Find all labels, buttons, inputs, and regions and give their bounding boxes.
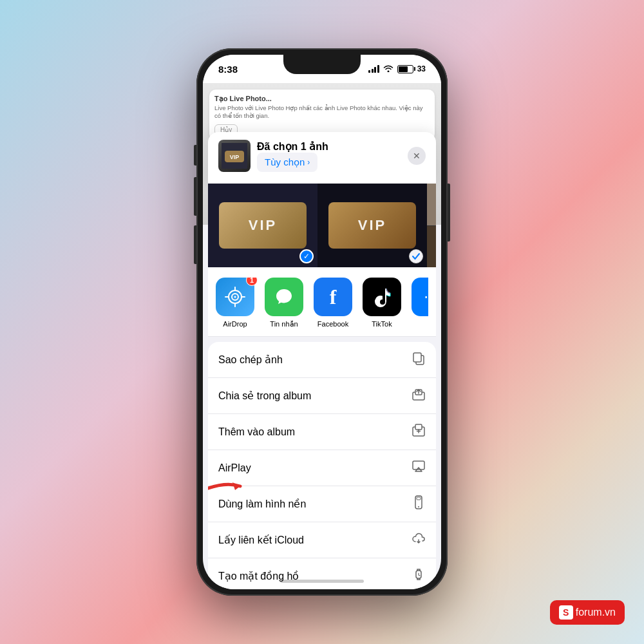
tiktok-icon xyxy=(363,278,401,316)
action-list: Sao chép ảnh Chia sẻ trong album Thêm và… xyxy=(208,342,436,589)
action-wallpaper[interactable]: Dùng làm hình nền xyxy=(208,486,436,522)
photos-strip: VIP ✓ VIP xyxy=(208,184,436,267)
add-album-icon xyxy=(412,423,426,440)
battery-icon xyxy=(397,65,413,73)
chevron-right-icon: › xyxy=(307,158,310,167)
airdrop-label: AirDrop xyxy=(223,320,247,328)
action-add-album[interactable]: Thêm vào album xyxy=(208,414,436,450)
app-tiktok[interactable]: TikTok xyxy=(363,278,401,328)
phone-screen: 8:38 33 xyxy=(203,55,441,589)
share-album-icon xyxy=(412,387,426,404)
wifi-icon xyxy=(383,64,393,74)
forum-s-logo: S xyxy=(559,605,573,620)
app-row: 1 AirDrop Tin nhắn xyxy=(216,278,428,328)
status-bar: 8:38 33 xyxy=(203,55,441,83)
svg-text:VIP: VIP xyxy=(230,154,240,160)
action-share-album[interactable]: Chia sẻ trong album xyxy=(208,378,436,414)
photo-collage[interactable] xyxy=(427,184,436,267)
messages-icon xyxy=(265,278,303,316)
volume-down-button xyxy=(194,225,196,264)
app-facebook[interactable]: f Facebook xyxy=(314,278,352,328)
action-label-share-album: Chia sẻ trong album xyxy=(218,390,311,402)
status-icons: 33 xyxy=(368,64,426,74)
phone-frame: 8:38 33 xyxy=(196,48,448,596)
photo-vip-1[interactable]: VIP ✓ xyxy=(208,184,317,267)
volume-up-button xyxy=(194,177,196,216)
svg-rect-9 xyxy=(413,353,421,362)
share-thumbnail: VIP xyxy=(218,140,251,172)
share-title: Đã chọn 1 ảnh xyxy=(257,140,328,153)
app-row-container: 1 AirDrop Tin nhắn xyxy=(208,267,436,337)
wallpaper-icon xyxy=(412,495,426,513)
action-label-icloud: Lấy liên kết iCloud xyxy=(218,534,304,546)
notch xyxy=(283,55,361,74)
app-airdrop[interactable]: 1 AirDrop xyxy=(216,278,254,328)
selected-badge: ✓ xyxy=(299,249,314,263)
battery-level: 33 xyxy=(417,64,426,73)
tiktok-label: TikTok xyxy=(372,320,392,328)
signal-icon xyxy=(368,65,379,73)
action-airplay[interactable]: AirPlay xyxy=(208,450,436,486)
action-label-add-album: Thêm vào album xyxy=(218,426,295,438)
action-label-airplay: AirPlay xyxy=(218,462,251,474)
home-indicator xyxy=(280,580,364,583)
svg-point-7 xyxy=(234,296,236,298)
app-more[interactable]: ⋯ xyxy=(412,278,428,328)
share-sheet: VIP Đã chọn 1 ảnh Tùy chọn › xyxy=(203,132,441,589)
forum-label: forum.vn xyxy=(576,607,616,618)
svg-rect-16 xyxy=(417,497,421,500)
status-time: 8:38 xyxy=(218,64,238,75)
facebook-icon: f xyxy=(314,278,352,316)
photo-vip-2[interactable]: VIP xyxy=(317,184,427,267)
power-button xyxy=(448,184,450,242)
watch-icon xyxy=(412,567,426,585)
options-button[interactable]: Tùy chọn › xyxy=(257,153,317,172)
action-copy-photo[interactable]: Sao chép ảnh xyxy=(208,342,436,378)
messages-label: Tin nhắn xyxy=(270,320,298,328)
svg-rect-13 xyxy=(415,424,422,430)
share-header: VIP Đã chọn 1 ảnh Tùy chọn › xyxy=(208,132,436,184)
facebook-label: Facebook xyxy=(317,320,348,328)
action-watch-face[interactable]: Tạo mặt đồng hồ xyxy=(208,558,436,589)
svg-point-17 xyxy=(418,506,419,507)
forum-badge: S forum.vn xyxy=(550,600,625,625)
action-icloud-link[interactable]: Lấy liên kết iCloud xyxy=(208,522,436,558)
airplay-icon xyxy=(412,459,426,477)
app-messages[interactable]: Tin nhắn xyxy=(265,278,303,328)
close-button[interactable]: ✕ xyxy=(408,147,426,165)
mute-button xyxy=(194,145,196,166)
action-label-copy: Sao chép ảnh xyxy=(218,354,283,366)
action-label-wallpaper: Dùng làm hình nền xyxy=(218,498,306,510)
icloud-icon xyxy=(412,531,426,549)
copy-icon xyxy=(412,351,426,368)
airdrop-badge: 1 xyxy=(246,278,258,286)
